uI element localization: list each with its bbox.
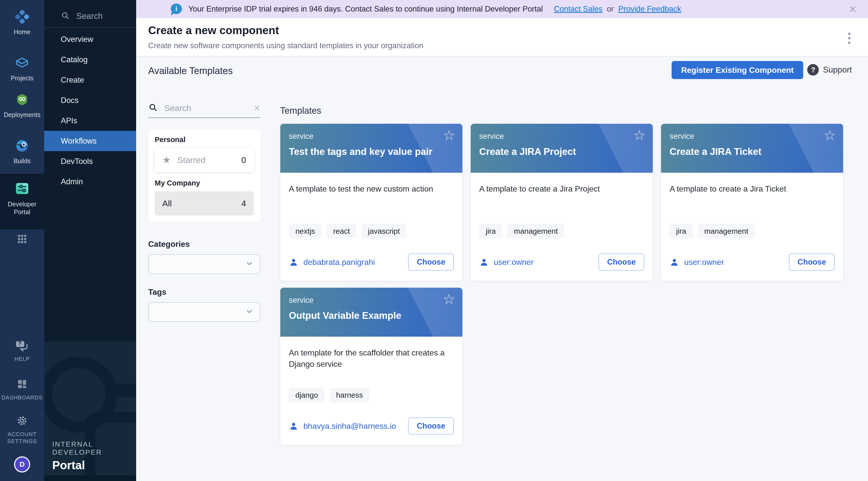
provide-feedback-link[interactable]: Provide Feedback: [618, 4, 681, 13]
rail-item-developer-portal[interactable]: Developer Portal: [0, 181, 44, 216]
rail-item-builds[interactable]: Builds: [0, 138, 44, 165]
sidebar-search[interactable]: [44, 0, 136, 21]
rail-item-profile[interactable]: D: [0, 456, 44, 473]
all-label: All: [162, 199, 172, 209]
help-question-glyph: ?: [18, 340, 22, 347]
card-header: ☆ service Output Variable Example: [280, 288, 462, 336]
support-label: Support: [823, 65, 852, 74]
user-avatar[interactable]: D: [14, 456, 30, 473]
filter-starred[interactable]: ★ Starred 0: [155, 148, 254, 172]
choose-button[interactable]: Choose: [598, 254, 644, 270]
template-search: ×: [148, 102, 260, 118]
template-card-grid: ☆ service Test the tags and key value pa…: [280, 124, 843, 445]
choose-button[interactable]: Choose: [789, 254, 835, 270]
sidebar-item-docs[interactable]: Docs: [44, 90, 136, 110]
choose-button[interactable]: Choose: [408, 254, 454, 270]
support-button[interactable]: ? Support: [807, 64, 852, 75]
trial-banner: i Your Enterprise IDP trial expires in 9…: [136, 0, 868, 18]
dashboards-icon: [16, 378, 28, 391]
sidebar-item-admin[interactable]: Admin: [44, 171, 136, 192]
filter-all[interactable]: All 4: [155, 191, 254, 215]
sidebar-item-catalog[interactable]: Catalog: [44, 50, 136, 70]
card-description: An template for the scaffolder that crea…: [289, 347, 450, 370]
person-icon: [479, 257, 489, 267]
question-icon: ?: [807, 64, 819, 75]
info-icon: i: [171, 3, 182, 14]
deployments-icon: [15, 92, 29, 108]
card-type: service: [289, 132, 454, 141]
kebab-menu-icon[interactable]: [847, 31, 852, 45]
banner-close-icon[interactable]: ×: [849, 3, 857, 15]
chevron-down-icon: [245, 307, 254, 317]
owner-link[interactable]: user:owner: [684, 258, 724, 267]
brand-kicker: INTERNAL DEVELOPER: [52, 440, 136, 456]
register-existing-component-button[interactable]: Register Existing Component: [672, 61, 803, 79]
template-card: ☆ service Output Variable Example An tem…: [280, 287, 463, 445]
template-card: ☆ service Test the tags and key value pa…: [280, 124, 463, 281]
starred-label: Starred: [177, 155, 206, 165]
rail-item-dashboards[interactable]: DASHBOARDS: [0, 378, 44, 401]
rail-item-label: HELP: [14, 355, 30, 362]
owner-link[interactable]: user:owner: [494, 258, 533, 267]
search-clear-icon[interactable]: ×: [254, 102, 260, 114]
categories-select[interactable]: [148, 254, 260, 274]
sidebar-item-devtools[interactable]: DevTools: [44, 151, 136, 171]
rail-item-account-settings[interactable]: ACCOUNT SETTINGS: [0, 415, 44, 445]
starred-count: 0: [241, 155, 246, 165]
rail-item-label: DASHBOARDS: [1, 394, 43, 401]
ownership-filter-card: Personal ★ Starred 0 My Company All 4: [148, 129, 260, 222]
help-chat-icon: ?: [15, 340, 29, 352]
choose-button[interactable]: Choose: [408, 417, 454, 435]
main-content: i Your Enterprise IDP trial expires in 9…: [136, 0, 868, 481]
template-search-input[interactable]: [164, 103, 254, 113]
sidebar-item-create[interactable]: Create: [44, 70, 136, 90]
star-outline-icon[interactable]: ☆: [824, 128, 836, 142]
card-tags: jira management: [479, 224, 644, 238]
search-icon: [148, 103, 158, 113]
templates-toolbar: Available Templates Register Existing Co…: [136, 57, 868, 85]
available-templates-heading: Available Templates: [148, 66, 233, 76]
owner-link[interactable]: bhavya.sinha@harness.io: [303, 421, 396, 431]
person-icon: [289, 257, 299, 267]
sidebar-search-input[interactable]: [76, 11, 125, 21]
sidebar-item-apis[interactable]: APIs: [44, 110, 136, 131]
template-filter-panel: × Personal ★ Starred 0 My Company All 4 …: [148, 102, 260, 322]
rail-item-label: ACCOUNT SETTINGS: [0, 431, 44, 445]
card-title: Create a JIRA Ticket: [670, 147, 835, 157]
card-body: A template to create a Jira Ticket jira …: [661, 173, 843, 281]
grid-icon: [17, 233, 28, 246]
star-outline-icon[interactable]: ☆: [633, 128, 646, 142]
template-card: ☆ service Create a JIRA Ticket A templat…: [661, 124, 843, 281]
rail-item-projects[interactable]: Projects: [0, 56, 44, 82]
card-body: A template to test the new custom action…: [280, 173, 462, 281]
sidebar-item-overview[interactable]: Overview: [44, 29, 136, 50]
card-body: A template to create a Jira Project jira…: [471, 173, 653, 281]
decorative-bar: [107, 384, 136, 397]
tags-select[interactable]: [148, 302, 260, 322]
card-description: A template to test the new custom action: [289, 183, 454, 195]
star-outline-icon[interactable]: ☆: [443, 292, 455, 306]
rail-item-label: Builds: [13, 157, 31, 165]
portal-brand: INTERNAL DEVELOPER Portal: [52, 440, 136, 472]
star-icon: ★: [162, 154, 171, 165]
tag-chip: harness: [330, 388, 369, 403]
page-title: Create a new component: [148, 24, 868, 37]
page-header: Create a new component Create new softwa…: [136, 18, 868, 57]
gear-icon: [16, 415, 28, 428]
banner-separator: or: [607, 4, 614, 13]
star-outline-icon[interactable]: ☆: [443, 128, 455, 142]
rail-item-home[interactable]: Home: [0, 9, 44, 36]
card-owner-row: user:owner Choose: [479, 254, 644, 270]
rail-item-help[interactable]: ? HELP: [0, 340, 44, 362]
card-description: A template to create a Jira Ticket: [670, 183, 835, 195]
card-body: An template for the scaffolder that crea…: [280, 336, 462, 445]
owner-link[interactable]: debabrata.panigrahi: [303, 258, 375, 267]
tag-chip: jira: [670, 224, 693, 238]
contact-sales-link[interactable]: Contact Sales: [554, 4, 602, 13]
module-switcher-button[interactable]: [0, 233, 44, 246]
module-rail: Home Projects Deployments Builds Develop…: [0, 0, 44, 481]
rail-item-deployments[interactable]: Deployments: [0, 92, 44, 119]
card-type: service: [670, 132, 835, 141]
decorative-bottom-strip: [44, 476, 136, 481]
sidebar-item-workflows[interactable]: Workflows: [44, 131, 136, 151]
